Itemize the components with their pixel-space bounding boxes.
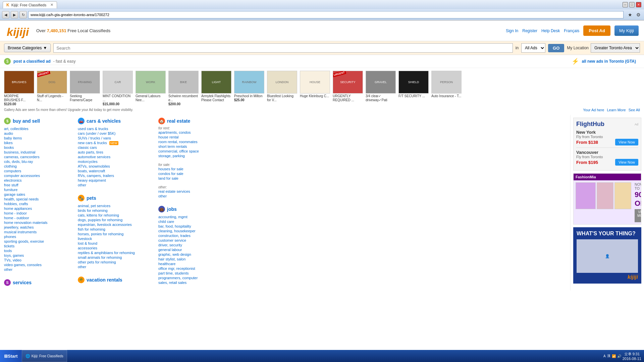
realestate-link[interactable]: real estate — [167, 118, 190, 124]
sign-in-link[interactable]: Sign In — [506, 28, 518, 33]
search-input[interactable] — [53, 43, 513, 53]
cat-condos-sale[interactable]: condos for sale — [158, 171, 232, 176]
list-item[interactable]: PERSON Auto Insurance - T... — [431, 71, 462, 106]
cat-commercial[interactable]: commercial, office space — [158, 149, 232, 154]
cat-link-sporting[interactable]: sporting goods, exercise — [4, 239, 71, 244]
star-icon[interactable]: ★ — [626, 11, 634, 18]
cat-cars-other[interactable]: other — [78, 183, 152, 187]
all-ads-select[interactable]: All Ads — [521, 43, 545, 53]
close-button[interactable]: ✕ — [636, 2, 641, 7]
cat-link-toys[interactable]: toys, games — [4, 253, 71, 258]
cat-sales[interactable]: sales, retail sales — [158, 280, 232, 285]
cat-graphic[interactable]: graphic, web design — [158, 252, 232, 257]
address-bar[interactable] — [28, 11, 624, 18]
cat-room-rental[interactable]: room rental, roommates — [158, 139, 232, 144]
cat-auto-parts[interactable]: auto parts, tires — [78, 150, 152, 155]
cat-houses-sale[interactable]: houses for sale — [158, 167, 232, 171]
list-item[interactable]: LONDON Bluesfest Looking for V... — [267, 71, 297, 106]
learn-more-link[interactable]: Learn More — [607, 108, 626, 112]
cat-link-free[interactable]: free stuff — [4, 183, 71, 187]
cat-other-pets[interactable]: other pets for rehoming — [78, 260, 152, 264]
go-button[interactable]: GO — [548, 44, 564, 52]
your-ad-here-link[interactable]: Your Ad here — [583, 108, 604, 112]
cars-link[interactable]: cars & vehicles — [87, 118, 121, 124]
cat-link-health[interactable]: health, special needs — [4, 197, 71, 201]
cat-programmers[interactable]: programmers, computer — [158, 276, 232, 280]
location-select[interactable]: Greater Toronto Area — [591, 43, 640, 53]
list-item[interactable]: BRUSHES MORPHE BRUSHES F... $120.00 — [4, 71, 34, 106]
cat-link-baby[interactable]: baby items — [4, 136, 71, 140]
francais-link[interactable]: Français — [564, 28, 579, 33]
cat-pets-other[interactable]: other — [78, 264, 152, 269]
cat-link-bikes[interactable]: bikes — [4, 140, 71, 145]
refresh-button[interactable]: ↻ — [19, 11, 27, 18]
cat-general-labour[interactable]: general labour — [158, 247, 232, 252]
see-all-link[interactable]: See All — [629, 108, 640, 112]
cat-link-furniture[interactable]: furniture — [4, 187, 71, 192]
cat-construction[interactable]: construction, trades — [158, 233, 232, 238]
post-ad-button[interactable]: Post Ad — [583, 25, 610, 36]
cat-link-audio[interactable]: audio — [4, 131, 71, 136]
cat-link-home-indoor[interactable]: home - indoor — [4, 211, 71, 216]
cat-link-tickets[interactable]: tickets — [4, 244, 71, 248]
cat-link-hobbies[interactable]: hobbies, crafts — [4, 201, 71, 206]
cat-fish[interactable]: fish for rehoming — [78, 227, 152, 232]
cat-link-tvs[interactable]: TVs, video — [4, 258, 71, 262]
list-item[interactable]: URGENT DOG Stuff of Legends - N... — [37, 71, 67, 106]
maximize-button[interactable]: □ — [629, 2, 635, 7]
settings-icon[interactable]: ⚙ — [635, 11, 642, 18]
cat-cleaning[interactable]: cleaning, housekeeper — [158, 229, 232, 233]
cat-storage[interactable]: storage, parking — [158, 154, 232, 158]
ny-view-now-button[interactable]: View Now — [615, 139, 638, 145]
cat-accounting[interactable]: accounting, mgmt — [158, 215, 232, 219]
cat-hair[interactable]: hair stylist, salon — [158, 257, 232, 261]
cat-birds[interactable]: birds for rehoming — [78, 208, 152, 213]
register-link[interactable]: Register — [522, 28, 537, 33]
cat-apt-condos[interactable]: apartments, condos — [158, 130, 232, 135]
cat-horses[interactable]: horses, ponies for rehoming — [78, 232, 152, 236]
browse-categories-button[interactable]: Browse Categories ▼ — [4, 44, 51, 52]
list-item[interactable]: BIKE Schwinn recumbent e... $200.00 — [168, 71, 199, 106]
cat-link-musical[interactable]: musical instruments — [4, 230, 71, 234]
cat-accessories[interactable]: accessories — [78, 246, 152, 250]
cat-driver[interactable]: driver, security — [158, 243, 232, 247]
cat-link-computers[interactable]: computers — [4, 169, 71, 173]
cat-cars-price[interactable]: cars (under / over $5K) — [78, 131, 152, 136]
cat-used-cars[interactable]: used cars & trucks — [78, 126, 152, 131]
vacation-link[interactable]: vacation rentals — [87, 277, 122, 283]
forward-button[interactable]: ▶ — [11, 11, 18, 18]
cat-boats[interactable]: boats, watercraft — [78, 169, 152, 173]
cat-link-garage[interactable]: garage sales — [4, 192, 71, 197]
services-link[interactable]: services — [13, 280, 32, 285]
cat-link-comp-acc[interactable]: computer accessories — [4, 173, 71, 178]
van-view-now-button[interactable]: View Now — [615, 159, 638, 166]
my-kijiji-button[interactable]: My Kijiji — [614, 25, 639, 36]
cat-classic[interactable]: classic cars — [78, 145, 152, 150]
cat-office-mgr[interactable]: office mgr, receptionist — [158, 266, 232, 271]
cat-new-cars[interactable]: new cars & trucks NEW — [78, 140, 152, 145]
list-item[interactable]: CAR MINT CONDITION ... $15,000.00 — [103, 71, 133, 106]
cat-link-clothing[interactable]: clothing — [4, 164, 71, 169]
cat-link-home-app[interactable]: home appliances — [4, 206, 71, 211]
cat-atvs[interactable]: ATVs, snowmobiles — [78, 164, 152, 169]
cat-equestrian[interactable]: equestrian, livestock accessories — [78, 222, 152, 227]
cat-dogs[interactable]: dogs, puppies for rehoming — [78, 218, 152, 222]
fashion-view-more-button[interactable]: VIEW MORE ▶ — [635, 209, 641, 222]
cat-house-rental[interactable]: house rental — [158, 135, 232, 139]
help-desk-link[interactable]: Help Desk — [541, 28, 560, 33]
cat-livestock[interactable]: livestock — [78, 236, 152, 241]
cat-link-books[interactable]: books — [4, 145, 71, 150]
cat-small-animals[interactable]: small animals for rehoming — [78, 255, 152, 260]
list-item[interactable]: FRAMING Seeking Framers/Carpe — [70, 71, 100, 106]
list-item[interactable]: LIGHT Armytek Flashlights Please Contact — [201, 71, 231, 106]
cat-land[interactable]: land for sale — [158, 176, 232, 181]
cat-motorcycles[interactable]: motorcycles — [78, 159, 152, 164]
back-button[interactable]: ◀ — [2, 11, 9, 18]
list-item[interactable]: HOUSE Huge Kleinburg C... — [300, 71, 330, 106]
cat-heavy-equip[interactable]: heavy equipment — [78, 178, 152, 183]
cat-cats[interactable]: cats, kittens for rehoming — [78, 213, 152, 218]
list-item[interactable]: WORK General Labours Nee... — [136, 71, 166, 106]
minimize-button[interactable]: ─ — [623, 2, 628, 7]
cat-short-term[interactable]: short term rentals — [158, 144, 232, 149]
buy-sell-link[interactable]: buy and sell — [13, 118, 40, 124]
